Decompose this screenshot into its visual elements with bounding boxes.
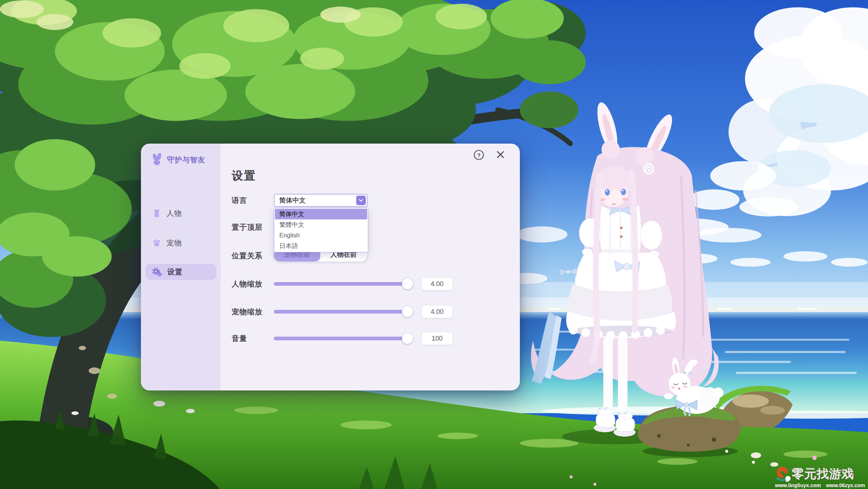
watermark-logo-icon <box>774 466 791 482</box>
character-scale-value[interactable]: 4.00 <box>422 278 452 290</box>
bunny-logo-icon <box>150 153 164 166</box>
character-scale-slider-thumb[interactable] <box>402 278 413 289</box>
watermark: 零元找游戏 www.lingliuyx.com www.06zyx.com <box>774 466 866 488</box>
sidebar-item-label: 宠物 <box>167 238 182 248</box>
language-label: 语言 <box>232 195 247 205</box>
sidebar-item-settings[interactable]: 设置 <box>145 264 216 280</box>
sidebar-item-label: 设置 <box>167 267 183 277</box>
pet-scale-slider-thumb[interactable] <box>402 306 413 317</box>
language-select-value: 简体中文 <box>275 196 356 205</box>
watermark-url-right: www.06zyx.com <box>826 482 865 488</box>
dropdown-option-traditional-chinese[interactable]: 繁體中文 <box>275 219 367 230</box>
language-dropdown: 简体中文 繁體中文 English 日本語 <box>274 208 368 252</box>
language-select[interactable]: 简体中文 <box>274 194 368 207</box>
volume-label: 音量 <box>232 333 247 344</box>
dropdown-option-simplified-chinese[interactable]: 简体中文 <box>275 209 367 219</box>
dropdown-option-japanese[interactable]: 日本語 <box>275 241 367 251</box>
app-title: 守护与智友 <box>167 155 205 165</box>
volume-value[interactable]: 100 <box>422 332 452 345</box>
character-scale-slider[interactable] <box>274 282 408 286</box>
settings-panel: ? 设置 语言 简体中文 简体中文 繁體中文 English 日本語 置于顶层 … <box>221 144 520 390</box>
gear-icon <box>152 267 162 277</box>
sidebar-item-character[interactable]: 人物 <box>145 205 216 221</box>
chevron-down-icon[interactable] <box>356 196 366 205</box>
volume-slider-thumb[interactable] <box>402 333 413 344</box>
app-brand: 守护与智友 <box>150 153 205 166</box>
paw-icon <box>152 238 161 248</box>
watermark-site-name: 零元找游戏 <box>792 466 854 482</box>
volume-slider[interactable] <box>274 337 408 340</box>
close-button[interactable] <box>494 148 507 161</box>
position-label: 位置关系 <box>232 251 262 261</box>
dropdown-option-english[interactable]: English <box>275 230 367 241</box>
help-glyph: ? <box>477 152 480 158</box>
sidebar-item-label: 人物 <box>167 208 182 218</box>
page-title: 设置 <box>232 168 256 184</box>
sidebar: 守护与智友 人物 宠物 设置 <box>141 144 221 390</box>
pet-scale-slider[interactable] <box>274 310 408 314</box>
pet-scale-label: 宠物缩放 <box>232 307 262 317</box>
sidebar-item-pet[interactable]: 宠物 <box>145 235 216 251</box>
character-scale-label: 人物缩放 <box>232 279 262 289</box>
pet-scale-value[interactable]: 4.00 <box>422 305 452 318</box>
always-on-top-label: 置于顶层 <box>232 222 262 232</box>
dress-icon <box>152 208 161 218</box>
close-icon <box>498 152 503 158</box>
watermark-url-left: www.lingliuyx.com <box>775 482 821 488</box>
settings-window: 守护与智友 人物 宠物 设置 <box>141 144 520 390</box>
help-button[interactable]: ? <box>473 149 485 161</box>
